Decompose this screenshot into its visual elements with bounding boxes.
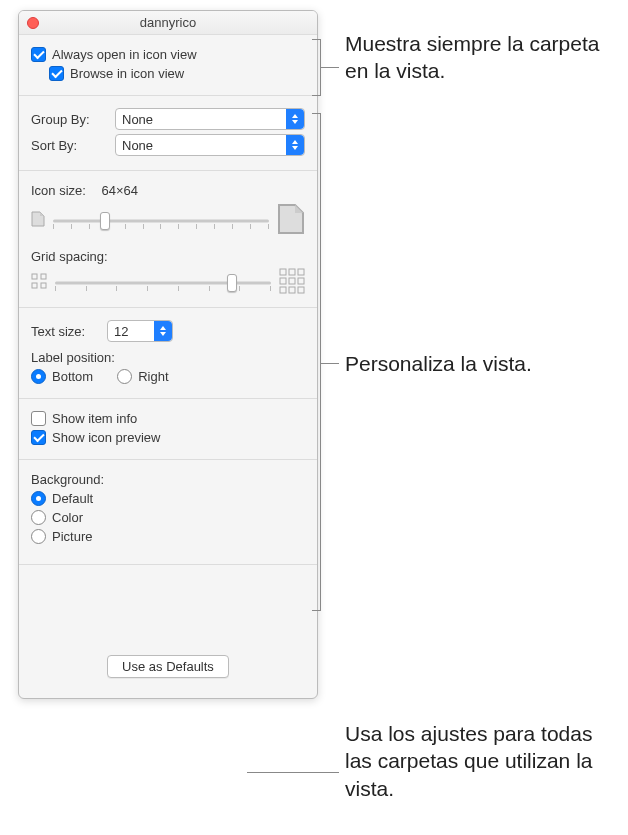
view-options-window: dannyrico Always open in icon view Brows… bbox=[18, 10, 318, 699]
window-title: dannyrico bbox=[19, 15, 317, 30]
document-large-icon bbox=[277, 202, 305, 239]
svg-rect-9 bbox=[298, 278, 304, 284]
svg-rect-0 bbox=[32, 274, 37, 279]
grid-large-icon bbox=[279, 268, 305, 297]
show-icon-preview-label: Show icon preview bbox=[52, 430, 160, 445]
svg-rect-11 bbox=[289, 287, 295, 293]
label-position-right-text: Right bbox=[138, 369, 168, 384]
annotation-middle: Personaliza la vista. bbox=[345, 350, 625, 377]
label-position-bottom-radio[interactable] bbox=[31, 369, 46, 384]
annotation-top: Muestra siempre la carpeta en la vista. bbox=[345, 30, 625, 85]
chevron-updown-icon bbox=[154, 321, 172, 341]
text-size-label: Text size: bbox=[31, 324, 101, 339]
background-default-text: Default bbox=[52, 491, 93, 506]
chevron-updown-icon bbox=[286, 135, 304, 155]
section-sizes: Icon size: 64×64 Grid spacing: bbox=[19, 171, 317, 308]
document-small-icon bbox=[31, 211, 45, 230]
section-footer: Use as Defaults bbox=[19, 565, 317, 698]
group-by-select[interactable]: None bbox=[115, 108, 305, 130]
grid-spacing-slider[interactable] bbox=[55, 273, 271, 293]
section-show: Show item info Show icon preview bbox=[19, 399, 317, 460]
section-grouping: Group By: None Sort By: None bbox=[19, 96, 317, 171]
svg-rect-4 bbox=[280, 269, 286, 275]
text-size-select[interactable]: 12 bbox=[107, 320, 173, 342]
show-icon-preview-checkbox[interactable] bbox=[31, 430, 46, 445]
always-open-label: Always open in icon view bbox=[52, 47, 197, 62]
show-item-info-checkbox[interactable] bbox=[31, 411, 46, 426]
section-open-options: Always open in icon view Browse in icon … bbox=[19, 35, 317, 96]
close-icon[interactable] bbox=[27, 17, 39, 29]
svg-rect-7 bbox=[280, 278, 286, 284]
icon-size-label: Icon size: bbox=[31, 183, 86, 198]
background-picture-radio[interactable] bbox=[31, 529, 46, 544]
callout-lead bbox=[247, 772, 339, 773]
section-background: Background: Default Color Picture bbox=[19, 460, 317, 565]
background-color-radio[interactable] bbox=[31, 510, 46, 525]
use-as-defaults-button[interactable]: Use as Defaults bbox=[107, 655, 229, 678]
svg-rect-12 bbox=[298, 287, 304, 293]
label-position-bottom-text: Bottom bbox=[52, 369, 93, 384]
browse-label: Browse in icon view bbox=[70, 66, 184, 81]
chevron-updown-icon bbox=[286, 109, 304, 129]
group-by-label: Group By: bbox=[31, 112, 109, 127]
svg-rect-2 bbox=[32, 283, 37, 288]
icon-size-slider[interactable] bbox=[53, 211, 269, 231]
svg-rect-8 bbox=[289, 278, 295, 284]
grid-spacing-label: Grid spacing: bbox=[31, 249, 108, 264]
svg-rect-5 bbox=[289, 269, 295, 275]
callout-bracket bbox=[320, 113, 321, 611]
sort-by-select[interactable]: None bbox=[115, 134, 305, 156]
background-default-radio[interactable] bbox=[31, 491, 46, 506]
label-position-label: Label position: bbox=[31, 350, 115, 365]
callout-lead bbox=[321, 363, 339, 364]
icon-size-value: 64×64 bbox=[102, 183, 139, 198]
show-item-info-label: Show item info bbox=[52, 411, 137, 426]
label-position-right-radio[interactable] bbox=[117, 369, 132, 384]
svg-rect-6 bbox=[298, 269, 304, 275]
grid-small-icon bbox=[31, 273, 47, 292]
svg-rect-1 bbox=[41, 274, 46, 279]
annotation-bottom: Usa los ajustes para todas las carpetas … bbox=[345, 720, 625, 802]
callout-lead bbox=[321, 67, 339, 68]
svg-rect-3 bbox=[41, 283, 46, 288]
titlebar: dannyrico bbox=[19, 11, 317, 35]
background-color-text: Color bbox=[52, 510, 83, 525]
browse-checkbox[interactable] bbox=[49, 66, 64, 81]
background-label: Background: bbox=[31, 472, 104, 487]
always-open-checkbox[interactable] bbox=[31, 47, 46, 62]
background-picture-text: Picture bbox=[52, 529, 92, 544]
sort-by-label: Sort By: bbox=[31, 138, 109, 153]
section-labels: Text size: 12 Label position: Bottom Rig… bbox=[19, 308, 317, 399]
svg-rect-10 bbox=[280, 287, 286, 293]
